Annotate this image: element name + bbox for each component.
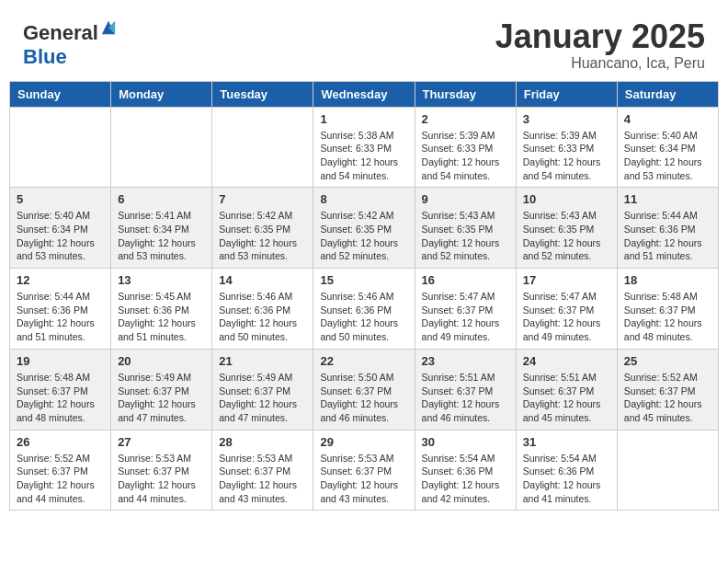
week-row-5: 26Sunrise: 5:52 AM Sunset: 6:37 PM Dayli… — [10, 430, 719, 511]
day-info: Sunrise: 5:49 AM Sunset: 6:37 PM Dayligh… — [219, 371, 306, 425]
day-number: 2 — [422, 112, 509, 126]
day-number: 12 — [17, 273, 104, 287]
day-number: 17 — [523, 273, 610, 287]
day-number: 3 — [523, 112, 610, 126]
day-number: 9 — [422, 192, 509, 206]
day-cell: 10Sunrise: 5:43 AM Sunset: 6:35 PM Dayli… — [516, 188, 617, 269]
day-info: Sunrise: 5:47 AM Sunset: 6:37 PM Dayligh… — [523, 290, 610, 344]
week-row-3: 12Sunrise: 5:44 AM Sunset: 6:36 PM Dayli… — [10, 269, 719, 350]
day-number: 7 — [219, 192, 306, 206]
day-number: 8 — [320, 192, 407, 206]
day-info: Sunrise: 5:46 AM Sunset: 6:36 PM Dayligh… — [320, 290, 407, 344]
day-info: Sunrise: 5:53 AM Sunset: 6:37 PM Dayligh… — [219, 452, 306, 506]
day-number: 22 — [320, 354, 407, 368]
day-number: 31 — [523, 435, 610, 449]
day-cell: 13Sunrise: 5:45 AM Sunset: 6:36 PM Dayli… — [111, 269, 212, 350]
day-number: 21 — [219, 354, 306, 368]
day-info: Sunrise: 5:48 AM Sunset: 6:37 PM Dayligh… — [624, 290, 711, 344]
day-number: 13 — [118, 273, 205, 287]
day-info: Sunrise: 5:45 AM Sunset: 6:36 PM Dayligh… — [118, 290, 205, 344]
day-cell: 26Sunrise: 5:52 AM Sunset: 6:37 PM Dayli… — [10, 430, 111, 511]
day-cell: 11Sunrise: 5:44 AM Sunset: 6:36 PM Dayli… — [617, 188, 718, 269]
day-number: 6 — [118, 192, 205, 206]
day-info: Sunrise: 5:53 AM Sunset: 6:37 PM Dayligh… — [320, 452, 407, 506]
day-info: Sunrise: 5:38 AM Sunset: 6:33 PM Dayligh… — [320, 129, 407, 183]
day-info: Sunrise: 5:49 AM Sunset: 6:37 PM Dayligh… — [118, 371, 205, 425]
day-cell: 7Sunrise: 5:42 AM Sunset: 6:35 PM Daylig… — [212, 188, 313, 269]
logo: General Blue — [23, 21, 117, 69]
day-cell: 27Sunrise: 5:53 AM Sunset: 6:37 PM Dayli… — [111, 430, 212, 511]
day-number: 5 — [17, 192, 104, 206]
weekday-header-tuesday: Tuesday — [212, 81, 313, 107]
location-title: Huancano, Ica, Peru — [495, 55, 705, 72]
day-info: Sunrise: 5:48 AM Sunset: 6:37 PM Dayligh… — [17, 371, 104, 425]
weekday-header-monday: Monday — [111, 81, 212, 107]
day-cell: 9Sunrise: 5:43 AM Sunset: 6:35 PM Daylig… — [415, 188, 516, 269]
page-header: General Blue January 2025 Huancano, Ica,… — [9, 9, 719, 76]
day-cell: 15Sunrise: 5:46 AM Sunset: 6:36 PM Dayli… — [313, 269, 415, 350]
day-cell: 2Sunrise: 5:39 AM Sunset: 6:33 PM Daylig… — [415, 107, 516, 188]
day-cell: 5Sunrise: 5:40 AM Sunset: 6:34 PM Daylig… — [10, 188, 111, 269]
day-cell: 23Sunrise: 5:51 AM Sunset: 6:37 PM Dayli… — [415, 349, 516, 430]
day-cell: 28Sunrise: 5:53 AM Sunset: 6:37 PM Dayli… — [212, 430, 313, 511]
day-info: Sunrise: 5:39 AM Sunset: 6:33 PM Dayligh… — [523, 129, 610, 183]
day-info: Sunrise: 5:42 AM Sunset: 6:35 PM Dayligh… — [320, 209, 407, 263]
day-info: Sunrise: 5:40 AM Sunset: 6:34 PM Dayligh… — [17, 209, 104, 263]
day-number: 11 — [624, 192, 711, 206]
month-title: January 2025 — [495, 18, 705, 55]
logo-blue: Blue — [23, 45, 67, 68]
day-cell: 25Sunrise: 5:52 AM Sunset: 6:37 PM Dayli… — [617, 349, 718, 430]
day-cell — [212, 107, 313, 188]
day-info: Sunrise: 5:51 AM Sunset: 6:37 PM Dayligh… — [523, 371, 610, 425]
day-info: Sunrise: 5:52 AM Sunset: 6:37 PM Dayligh… — [624, 371, 711, 425]
day-info: Sunrise: 5:52 AM Sunset: 6:37 PM Dayligh… — [17, 452, 104, 506]
day-number: 1 — [320, 112, 407, 126]
day-number: 14 — [219, 273, 306, 287]
day-cell: 6Sunrise: 5:41 AM Sunset: 6:34 PM Daylig… — [111, 188, 212, 269]
day-number: 4 — [624, 112, 711, 126]
day-cell: 16Sunrise: 5:47 AM Sunset: 6:37 PM Dayli… — [415, 269, 516, 350]
day-number: 29 — [320, 435, 407, 449]
weekday-header-wednesday: Wednesday — [313, 81, 415, 107]
day-cell: 22Sunrise: 5:50 AM Sunset: 6:37 PM Dayli… — [313, 349, 415, 430]
day-info: Sunrise: 5:47 AM Sunset: 6:37 PM Dayligh… — [422, 290, 509, 344]
day-cell: 12Sunrise: 5:44 AM Sunset: 6:36 PM Dayli… — [10, 269, 111, 350]
day-info: Sunrise: 5:54 AM Sunset: 6:36 PM Dayligh… — [523, 452, 610, 506]
day-number: 30 — [422, 435, 509, 449]
day-cell: 21Sunrise: 5:49 AM Sunset: 6:37 PM Dayli… — [212, 349, 313, 430]
day-number: 19 — [17, 354, 104, 368]
day-number: 16 — [422, 273, 509, 287]
weekday-header-friday: Friday — [516, 81, 617, 107]
day-number: 10 — [523, 192, 610, 206]
day-number: 25 — [624, 354, 711, 368]
day-cell: 4Sunrise: 5:40 AM Sunset: 6:34 PM Daylig… — [617, 107, 718, 188]
day-number: 28 — [219, 435, 306, 449]
week-row-2: 5Sunrise: 5:40 AM Sunset: 6:34 PM Daylig… — [10, 188, 719, 269]
day-info: Sunrise: 5:46 AM Sunset: 6:36 PM Dayligh… — [219, 290, 306, 344]
week-row-1: 1Sunrise: 5:38 AM Sunset: 6:33 PM Daylig… — [10, 107, 719, 188]
weekday-header-sunday: Sunday — [10, 81, 111, 107]
week-row-4: 19Sunrise: 5:48 AM Sunset: 6:37 PM Dayli… — [10, 349, 719, 430]
logo-general: General — [23, 21, 98, 44]
day-cell: 17Sunrise: 5:47 AM Sunset: 6:37 PM Dayli… — [516, 269, 617, 350]
day-number: 26 — [17, 435, 104, 449]
day-info: Sunrise: 5:43 AM Sunset: 6:35 PM Dayligh… — [422, 209, 509, 263]
day-cell — [10, 107, 111, 188]
day-info: Sunrise: 5:51 AM Sunset: 6:37 PM Dayligh… — [422, 371, 509, 425]
day-info: Sunrise: 5:44 AM Sunset: 6:36 PM Dayligh… — [624, 209, 711, 263]
day-cell: 3Sunrise: 5:39 AM Sunset: 6:33 PM Daylig… — [516, 107, 617, 188]
day-number: 18 — [624, 273, 711, 287]
day-cell: 20Sunrise: 5:49 AM Sunset: 6:37 PM Dayli… — [111, 349, 212, 430]
weekday-header-thursday: Thursday — [415, 81, 516, 107]
day-cell: 19Sunrise: 5:48 AM Sunset: 6:37 PM Dayli… — [10, 349, 111, 430]
day-cell: 14Sunrise: 5:46 AM Sunset: 6:36 PM Dayli… — [212, 269, 313, 350]
day-number: 15 — [320, 273, 407, 287]
day-info: Sunrise: 5:44 AM Sunset: 6:36 PM Dayligh… — [17, 290, 104, 344]
weekday-header-row: SundayMondayTuesdayWednesdayThursdayFrid… — [10, 81, 719, 107]
day-info: Sunrise: 5:39 AM Sunset: 6:33 PM Dayligh… — [422, 129, 509, 183]
day-cell: 30Sunrise: 5:54 AM Sunset: 6:36 PM Dayli… — [415, 430, 516, 511]
day-cell: 1Sunrise: 5:38 AM Sunset: 6:33 PM Daylig… — [313, 107, 415, 188]
day-info: Sunrise: 5:40 AM Sunset: 6:34 PM Dayligh… — [624, 129, 711, 183]
day-info: Sunrise: 5:42 AM Sunset: 6:35 PM Dayligh… — [219, 209, 306, 263]
day-cell: 8Sunrise: 5:42 AM Sunset: 6:35 PM Daylig… — [313, 188, 415, 269]
